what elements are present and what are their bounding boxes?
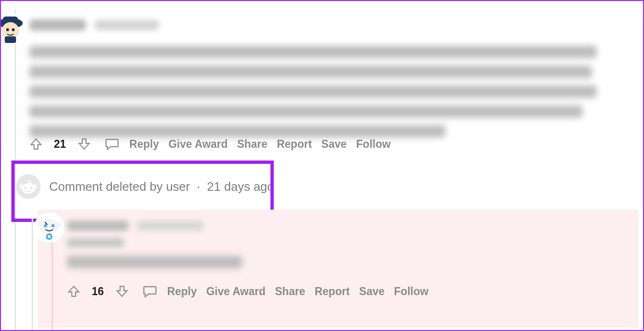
downvote-icon[interactable] <box>77 136 92 152</box>
svg-rect-2 <box>3 17 18 23</box>
comment-body-blurred <box>29 46 601 137</box>
follow-button[interactable]: Follow <box>356 138 391 151</box>
upvote-icon[interactable] <box>28 136 44 152</box>
share-button[interactable]: Share <box>237 138 268 151</box>
separator: · <box>197 179 200 194</box>
comment-2-actions: 16 Reply Give Award Share Report Save Fo… <box>66 283 428 299</box>
svg-point-20 <box>48 235 51 238</box>
comment-icon[interactable] <box>142 283 158 299</box>
deleted-text: Comment deleted by user · 21 days ago <box>49 179 274 194</box>
svg-rect-6 <box>5 36 16 43</box>
vote-score: 21 <box>53 138 67 151</box>
svg-point-18 <box>52 224 55 228</box>
username-2-blurred[interactable] <box>67 221 129 231</box>
thread-line-2[interactable] <box>32 218 33 331</box>
deleted-avatar-icon <box>16 174 41 199</box>
downvote-icon[interactable] <box>114 284 130 299</box>
give-award-button[interactable]: Give Award <box>206 285 265 298</box>
svg-point-14 <box>40 219 59 234</box>
svg-point-11 <box>25 187 27 189</box>
svg-point-9 <box>20 185 24 188</box>
give-award-button[interactable]: Give Award <box>168 138 227 151</box>
timestamp-blurred[interactable] <box>95 20 159 30</box>
svg-point-5 <box>12 28 15 31</box>
follow-button[interactable]: Follow <box>394 285 428 298</box>
reply-button[interactable]: Reply <box>130 138 159 151</box>
save-button[interactable]: Save <box>359 285 385 298</box>
deleted-time[interactable]: 21 days ago <box>207 179 274 194</box>
svg-point-10 <box>33 185 37 188</box>
thread-line[interactable] <box>15 9 16 331</box>
flair-blurred <box>67 238 124 247</box>
username-blurred[interactable] <box>29 19 86 31</box>
deleted-label: Comment deleted by user <box>49 179 190 194</box>
comment-actions: 21 Reply Give Award Share Report Save Fo… <box>28 136 391 152</box>
deleted-comment-row: Comment deleted by user · 21 days ago <box>16 174 274 199</box>
share-button[interactable]: Share <box>275 285 305 298</box>
comment-2-body-blurred <box>67 256 242 268</box>
comment-2-header <box>67 221 203 231</box>
timestamp-2-blurred[interactable] <box>137 221 203 230</box>
svg-point-15 <box>37 222 42 227</box>
svg-point-4 <box>6 28 9 31</box>
upvote-icon[interactable] <box>66 284 81 299</box>
report-button[interactable]: Report <box>277 138 312 151</box>
svg-point-16 <box>56 222 61 227</box>
save-button[interactable]: Save <box>322 138 347 151</box>
svg-point-12 <box>30 187 33 189</box>
thread-line-3[interactable] <box>52 242 53 331</box>
comment-icon[interactable] <box>104 136 120 152</box>
report-button[interactable]: Report <box>314 285 349 298</box>
vote-score-2: 16 <box>91 285 105 298</box>
reply-button[interactable]: Reply <box>167 285 197 298</box>
avatar[interactable] <box>0 13 26 45</box>
comment-header <box>29 19 159 31</box>
avatar-2[interactable] <box>34 212 64 243</box>
